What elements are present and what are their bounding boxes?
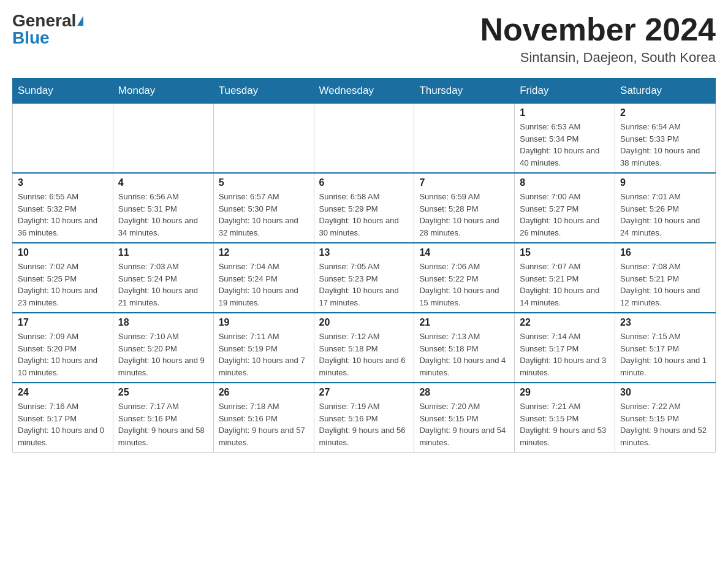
week-row-2: 3Sunrise: 6:55 AMSunset: 5:32 PMDaylight…	[13, 173, 716, 243]
day-number: 8	[520, 177, 610, 188]
day-number: 26	[219, 387, 309, 398]
cell-week1-day4	[414, 104, 515, 174]
cell-week5-day1: 25Sunrise: 7:17 AMSunset: 5:16 PMDayligh…	[113, 383, 213, 453]
cell-week5-day0: 24Sunrise: 7:16 AMSunset: 5:17 PMDayligh…	[13, 383, 113, 453]
day-number: 23	[620, 317, 710, 328]
day-info: Sunrise: 7:17 AMSunset: 5:16 PMDaylight:…	[118, 400, 208, 448]
month-title: November 2024	[480, 12, 716, 47]
cell-week4-day0: 17Sunrise: 7:09 AMSunset: 5:20 PMDayligh…	[13, 313, 113, 383]
day-info: Sunrise: 7:12 AMSunset: 5:18 PMDaylight:…	[319, 331, 409, 378]
day-info: Sunrise: 7:22 AMSunset: 5:15 PMDaylight:…	[620, 400, 710, 448]
day-number: 29	[520, 387, 610, 398]
day-number: 27	[319, 387, 409, 398]
day-info: Sunrise: 7:03 AMSunset: 5:24 PMDaylight:…	[118, 261, 208, 308]
day-info: Sunrise: 7:00 AMSunset: 5:27 PMDaylight:…	[520, 191, 610, 239]
day-number: 28	[419, 387, 509, 398]
cell-week4-day1: 18Sunrise: 7:10 AMSunset: 5:20 PMDayligh…	[113, 313, 213, 383]
week-row-1: 1Sunrise: 6:53 AMSunset: 5:34 PMDaylight…	[13, 104, 716, 174]
day-info: Sunrise: 7:14 AMSunset: 5:17 PMDaylight:…	[520, 331, 610, 378]
day-number: 3	[18, 177, 108, 188]
cell-week3-day0: 10Sunrise: 7:02 AMSunset: 5:25 PMDayligh…	[13, 243, 113, 313]
day-info: Sunrise: 7:11 AMSunset: 5:19 PMDaylight:…	[219, 331, 309, 378]
day-number: 13	[319, 247, 409, 258]
cell-week3-day5: 15Sunrise: 7:07 AMSunset: 5:21 PMDayligh…	[515, 243, 615, 313]
day-number: 16	[620, 247, 710, 258]
day-info: Sunrise: 6:54 AMSunset: 5:33 PMDaylight:…	[620, 121, 710, 169]
cell-week1-day3	[314, 104, 414, 174]
day-number: 19	[219, 317, 309, 328]
day-info: Sunrise: 7:08 AMSunset: 5:21 PMDaylight:…	[620, 261, 710, 308]
cell-week4-day5: 22Sunrise: 7:14 AMSunset: 5:17 PMDayligh…	[515, 313, 615, 383]
logo: General Blue	[12, 12, 83, 47]
day-number: 2	[620, 107, 710, 118]
day-number: 4	[118, 177, 208, 188]
day-info: Sunrise: 6:53 AMSunset: 5:34 PMDaylight:…	[520, 121, 610, 169]
day-number: 21	[419, 317, 509, 328]
cell-week1-day2	[213, 104, 314, 174]
day-number: 18	[118, 317, 208, 328]
header-monday: Monday	[113, 79, 213, 104]
header-tuesday: Tuesday	[213, 79, 314, 104]
day-info: Sunrise: 7:13 AMSunset: 5:18 PMDaylight:…	[419, 331, 509, 378]
day-number: 10	[18, 247, 108, 258]
logo-general-text: General	[12, 12, 76, 29]
cell-week4-day4: 21Sunrise: 7:13 AMSunset: 5:18 PMDayligh…	[414, 313, 515, 383]
day-number: 30	[620, 387, 710, 398]
day-number: 1	[520, 107, 610, 118]
cell-week2-day5: 8Sunrise: 7:00 AMSunset: 5:27 PMDaylight…	[515, 173, 615, 243]
location-subtitle: Sintansin, Daejeon, South Korea	[480, 50, 716, 66]
calendar-table: Sunday Monday Tuesday Wednesday Thursday…	[12, 78, 716, 453]
cell-week5-day2: 26Sunrise: 7:18 AMSunset: 5:16 PMDayligh…	[213, 383, 314, 453]
day-number: 12	[219, 247, 309, 258]
cell-week2-day4: 7Sunrise: 6:59 AMSunset: 5:28 PMDaylight…	[414, 173, 515, 243]
cell-week1-day5: 1Sunrise: 6:53 AMSunset: 5:34 PMDaylight…	[515, 104, 615, 174]
day-info: Sunrise: 7:01 AMSunset: 5:26 PMDaylight:…	[620, 191, 710, 239]
day-info: Sunrise: 7:07 AMSunset: 5:21 PMDaylight:…	[520, 261, 610, 308]
week-row-5: 24Sunrise: 7:16 AMSunset: 5:17 PMDayligh…	[13, 383, 716, 453]
day-number: 22	[520, 317, 610, 328]
header-wednesday: Wednesday	[314, 79, 414, 104]
week-row-3: 10Sunrise: 7:02 AMSunset: 5:25 PMDayligh…	[13, 243, 716, 313]
cell-week4-day3: 20Sunrise: 7:12 AMSunset: 5:18 PMDayligh…	[314, 313, 414, 383]
cell-week3-day6: 16Sunrise: 7:08 AMSunset: 5:21 PMDayligh…	[615, 243, 716, 313]
logo-triangle-icon	[77, 16, 83, 26]
logo-blue-text: Blue	[12, 29, 50, 47]
page-header: General Blue November 2024 Sintansin, Da…	[12, 12, 716, 66]
header-saturday: Saturday	[615, 79, 716, 104]
day-number: 24	[18, 387, 108, 398]
day-info: Sunrise: 6:55 AMSunset: 5:32 PMDaylight:…	[18, 191, 108, 239]
week-row-4: 17Sunrise: 7:09 AMSunset: 5:20 PMDayligh…	[13, 313, 716, 383]
cell-week5-day6: 30Sunrise: 7:22 AMSunset: 5:15 PMDayligh…	[615, 383, 716, 453]
day-info: Sunrise: 6:56 AMSunset: 5:31 PMDaylight:…	[118, 191, 208, 239]
day-number: 7	[419, 177, 509, 188]
day-info: Sunrise: 6:59 AMSunset: 5:28 PMDaylight:…	[419, 191, 509, 239]
cell-week3-day1: 11Sunrise: 7:03 AMSunset: 5:24 PMDayligh…	[113, 243, 213, 313]
day-info: Sunrise: 7:20 AMSunset: 5:15 PMDaylight:…	[419, 400, 509, 448]
cell-week2-day0: 3Sunrise: 6:55 AMSunset: 5:32 PMDaylight…	[13, 173, 113, 243]
cell-week5-day5: 29Sunrise: 7:21 AMSunset: 5:15 PMDayligh…	[515, 383, 615, 453]
title-block: November 2024 Sintansin, Daejeon, South …	[480, 12, 716, 66]
day-number: 17	[18, 317, 108, 328]
cell-week4-day6: 23Sunrise: 7:15 AMSunset: 5:17 PMDayligh…	[615, 313, 716, 383]
day-info: Sunrise: 7:16 AMSunset: 5:17 PMDaylight:…	[18, 400, 108, 448]
cell-week1-day6: 2Sunrise: 6:54 AMSunset: 5:33 PMDaylight…	[615, 104, 716, 174]
day-number: 5	[219, 177, 309, 188]
header-sunday: Sunday	[13, 79, 113, 104]
cell-week1-day1	[113, 104, 213, 174]
day-number: 11	[118, 247, 208, 258]
header-friday: Friday	[515, 79, 615, 104]
cell-week5-day3: 27Sunrise: 7:19 AMSunset: 5:16 PMDayligh…	[314, 383, 414, 453]
day-info: Sunrise: 7:18 AMSunset: 5:16 PMDaylight:…	[219, 400, 309, 448]
day-info: Sunrise: 7:02 AMSunset: 5:25 PMDaylight:…	[18, 261, 108, 308]
cell-week2-day1: 4Sunrise: 6:56 AMSunset: 5:31 PMDaylight…	[113, 173, 213, 243]
cell-week2-day3: 6Sunrise: 6:58 AMSunset: 5:29 PMDaylight…	[314, 173, 414, 243]
day-info: Sunrise: 7:04 AMSunset: 5:24 PMDaylight:…	[219, 261, 309, 308]
cell-week2-day2: 5Sunrise: 6:57 AMSunset: 5:30 PMDaylight…	[213, 173, 314, 243]
day-info: Sunrise: 7:10 AMSunset: 5:20 PMDaylight:…	[118, 331, 208, 378]
day-info: Sunrise: 7:21 AMSunset: 5:15 PMDaylight:…	[520, 400, 610, 448]
cell-week3-day4: 14Sunrise: 7:06 AMSunset: 5:22 PMDayligh…	[414, 243, 515, 313]
header-thursday: Thursday	[414, 79, 515, 104]
cell-week3-day3: 13Sunrise: 7:05 AMSunset: 5:23 PMDayligh…	[314, 243, 414, 313]
day-number: 9	[620, 177, 710, 188]
weekday-header-row: Sunday Monday Tuesday Wednesday Thursday…	[13, 79, 716, 104]
